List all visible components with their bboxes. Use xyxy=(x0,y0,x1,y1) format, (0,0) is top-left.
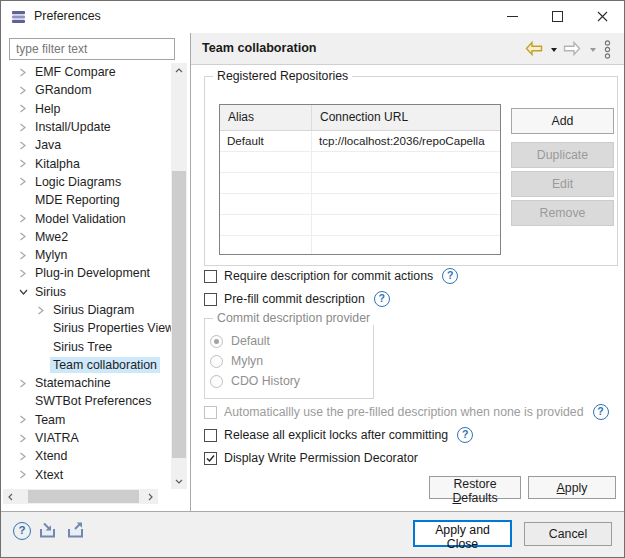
help-icon[interactable]: ? xyxy=(593,404,609,420)
apply-and-close-button[interactable]: Apply and Close xyxy=(413,520,512,547)
chevron-collapsed-icon[interactable] xyxy=(19,141,32,150)
tree-item-mylyn[interactable]: Mylyn xyxy=(3,246,171,264)
restore-defaults-button[interactable]: Restore Defaults xyxy=(429,476,521,499)
tree-item-label: Java xyxy=(32,137,64,153)
tree-item-label: Sirius Diagram xyxy=(50,302,137,318)
help-icon[interactable]: ? xyxy=(457,427,473,443)
column-header-alias[interactable]: Alias xyxy=(220,105,312,130)
tree-item-team[interactable]: Team xyxy=(3,411,171,429)
back-button[interactable] xyxy=(525,41,543,60)
chevron-collapsed-icon[interactable] xyxy=(19,123,32,132)
chevron-collapsed-icon[interactable] xyxy=(19,415,32,424)
tree-item-statemachine[interactable]: Statemachine xyxy=(3,374,171,392)
tree-item-label: Model Validation xyxy=(32,211,129,227)
checkbox-unchecked-icon[interactable] xyxy=(204,293,217,306)
close-icon xyxy=(597,11,608,22)
chevron-collapsed-icon[interactable] xyxy=(19,470,32,479)
chevron-collapsed-icon[interactable] xyxy=(37,306,50,315)
cancel-button[interactable]: Cancel xyxy=(524,522,612,546)
tree-item-swtbot-preferences[interactable]: SWTBot Preferences xyxy=(3,392,171,410)
checkbox-unchecked-icon[interactable] xyxy=(204,270,217,283)
tree-item-label: Xtend xyxy=(32,448,70,464)
tree-item-label: SWTBot Preferences xyxy=(32,393,154,409)
edit-repository-button[interactable]: Edit xyxy=(511,171,614,197)
tree-item-sirius-properties-view[interactable]: Sirius Properties View xyxy=(3,319,171,337)
scrollbar-thumb[interactable] xyxy=(28,490,139,503)
import-preferences-icon[interactable] xyxy=(38,522,59,543)
scroll-right-icon[interactable] xyxy=(143,489,158,504)
help-icon[interactable]: ? xyxy=(374,291,390,307)
radio-option-mylyn: Mylyn xyxy=(210,351,300,371)
chevron-collapsed-icon[interactable] xyxy=(19,269,32,278)
tree-item-emf-compare[interactable]: EMF Compare xyxy=(3,63,171,81)
prefill-description-option[interactable]: Pre-fill commit description ? xyxy=(204,290,390,308)
tree-item-help[interactable]: Help xyxy=(3,100,171,118)
tree-item-plug-in-development[interactable]: Plug-in Development xyxy=(3,264,171,282)
repositories-table[interactable]: AliasConnection URL Defaulttcp://localho… xyxy=(219,104,501,255)
empty-cell xyxy=(220,173,312,193)
remove-repository-button[interactable]: Remove xyxy=(511,200,614,226)
tree-item-team-collaboration[interactable]: Team collaboration xyxy=(3,356,171,374)
help-icon[interactable]: ? xyxy=(442,268,458,284)
chevron-collapsed-icon[interactable] xyxy=(19,86,32,95)
tree-item-logic-diagrams[interactable]: Logic Diagrams xyxy=(3,173,171,191)
chevron-collapsed-icon[interactable] xyxy=(19,159,32,168)
tree-item-xtend[interactable]: Xtend xyxy=(3,447,171,465)
chevron-collapsed-icon[interactable] xyxy=(19,214,32,223)
scroll-up-icon[interactable] xyxy=(171,63,187,78)
require-description-option[interactable]: Require description for commit actions ? xyxy=(204,267,458,285)
scroll-down-icon[interactable] xyxy=(171,474,187,489)
write-permission-decorator-option[interactable]: Display Write Permission Decorator xyxy=(204,449,418,467)
add-repository-button[interactable]: Add xyxy=(511,108,614,134)
tree-item-grandom[interactable]: GRandom xyxy=(3,81,171,99)
forward-button[interactable] xyxy=(563,41,581,60)
table-header-row: AliasConnection URL xyxy=(220,105,500,131)
option-label: Display Write Permission Decorator xyxy=(224,451,418,465)
tree-item-install-update[interactable]: Install/Update xyxy=(3,118,171,136)
tree-item-xtext[interactable]: Xtext xyxy=(3,466,171,484)
dialog-help-icon[interactable]: ? xyxy=(13,522,31,540)
repo-row[interactable]: Defaulttcp://localhost:2036/repoCapella xyxy=(220,131,500,152)
tree-horizontal-scrollbar[interactable] xyxy=(3,489,158,504)
tree-vertical-scrollbar[interactable] xyxy=(171,63,187,489)
chevron-collapsed-icon[interactable] xyxy=(19,379,32,388)
tree-item-viatra[interactable]: VIATRA xyxy=(3,429,171,447)
chevron-collapsed-icon[interactable] xyxy=(19,452,32,461)
apply-button[interactable]: Apply xyxy=(528,476,616,499)
export-preferences-icon[interactable] xyxy=(66,522,87,543)
radio-label: Default xyxy=(231,334,270,348)
tree-item-mde-reporting[interactable]: MDE Reporting xyxy=(3,191,171,209)
chevron-collapsed-icon[interactable] xyxy=(19,434,32,443)
forward-history-dropdown-icon[interactable] xyxy=(590,48,596,52)
checkbox-checked-icon[interactable] xyxy=(204,452,217,465)
chevron-collapsed-icon[interactable] xyxy=(19,177,32,186)
close-button[interactable] xyxy=(580,1,625,31)
chevron-collapsed-icon[interactable] xyxy=(19,104,32,113)
tree-item-sirius-diagram[interactable]: Sirius Diagram xyxy=(3,301,171,319)
scrollbar-thumb[interactable] xyxy=(172,171,186,458)
tree-item-java[interactable]: Java xyxy=(3,136,171,154)
tree-item-label: Kitalpha xyxy=(32,156,83,172)
scroll-left-icon[interactable] xyxy=(3,489,18,504)
view-menu-icon[interactable] xyxy=(604,40,611,63)
chevron-collapsed-icon[interactable] xyxy=(19,251,32,260)
minimize-button[interactable] xyxy=(490,1,535,31)
release-locks-option[interactable]: Release all explicit locks after committ… xyxy=(204,426,473,444)
page-title: Team collaboration xyxy=(202,33,317,64)
filter-input[interactable] xyxy=(9,38,175,60)
chevron-expanded-icon[interactable] xyxy=(19,288,32,296)
titlebar[interactable]: Preferences xyxy=(1,1,624,32)
tree-item-kitalpha[interactable]: Kitalpha xyxy=(3,154,171,172)
maximize-button[interactable] xyxy=(535,1,580,31)
tree-item-mwe2[interactable]: Mwe2 xyxy=(3,228,171,246)
duplicate-repository-button[interactable]: Duplicate xyxy=(511,142,614,168)
chevron-collapsed-icon[interactable] xyxy=(19,232,32,241)
tree-item-model-validation[interactable]: Model Validation xyxy=(3,209,171,227)
chevron-collapsed-icon[interactable] xyxy=(19,68,32,77)
panel-divider[interactable] xyxy=(190,33,191,511)
tree-item-sirius-tree[interactable]: Sirius Tree xyxy=(3,337,171,355)
checkbox-unchecked-icon[interactable] xyxy=(204,429,217,442)
tree-item-sirius[interactable]: Sirius xyxy=(3,283,171,301)
column-header-connection-url[interactable]: Connection URL xyxy=(312,105,500,130)
back-history-dropdown-icon[interactable] xyxy=(551,48,557,52)
